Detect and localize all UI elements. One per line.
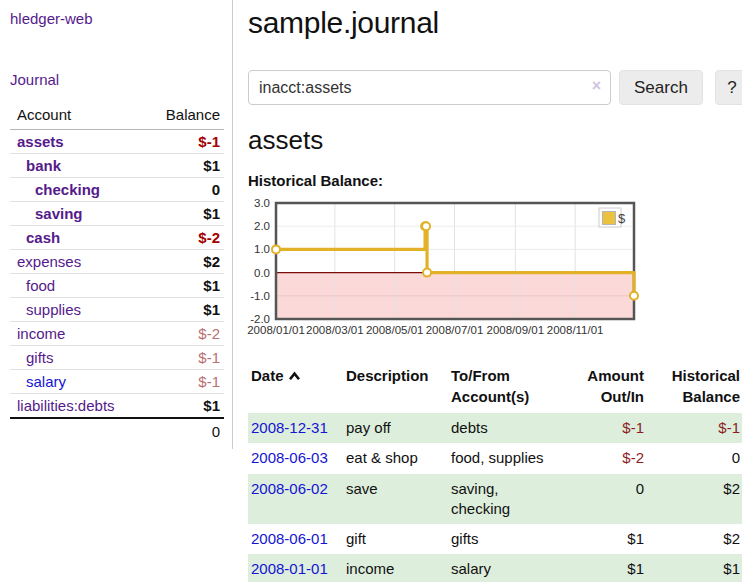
register-header-row: Date Description To/From Account(s) Amou… [248,361,742,413]
register-header-balance-line1: Historical [646,365,740,386]
accounts-total-row: 0 [10,418,224,443]
accounts-header-balance: Balance [147,102,224,130]
account-row: assets $-1 [10,130,224,154]
account-link[interactable]: bank [26,157,145,174]
transaction-date-link[interactable]: 2008-06-02 [251,480,328,497]
transaction-amount: $-2 [554,443,646,473]
transaction-accounts: food, supplies [451,443,554,473]
transaction-description: save [346,474,451,525]
transaction-date-link[interactable]: 2008-06-01 [251,530,328,547]
account-link[interactable]: assets [17,133,145,150]
account-balance: 0 [147,178,224,202]
svg-text:2008/07/01: 2008/07/01 [426,324,484,336]
search-form: × Search ? [248,70,742,105]
chart-title: Historical Balance: [248,172,742,189]
account-row: expenses $2 [10,250,224,274]
search-button[interactable]: Search [619,70,703,105]
account-row: saving $1 [10,202,224,226]
help-button[interactable]: ? [715,70,742,105]
transaction-balance: $2 [646,474,742,525]
register-row: 2008-12-31 pay off debts $-1 $-1 [248,413,742,443]
register-table: Date Description To/From Account(s) Amou… [248,361,742,582]
account-balance: $2 [147,250,224,274]
accounts-total-spacer [10,418,147,443]
register-row: 2008-01-01 income salary $1 $1 [248,554,742,582]
transaction-date-link[interactable]: 2008-06-03 [251,449,328,466]
accounts-header-row: Account Balance [10,102,224,130]
transaction-balance: $2 [646,524,742,554]
account-row: income $-2 [10,322,224,346]
account-link[interactable]: checking [35,181,145,198]
account-link[interactable]: expenses [17,253,145,270]
svg-text:1.0: 1.0 [254,243,270,255]
account-balance: $-2 [147,226,224,250]
svg-text:3.0: 3.0 [254,197,270,209]
svg-text:$: $ [618,211,626,226]
register-header-amount: Amount Out/In [554,361,646,413]
transaction-amount: $1 [554,524,646,554]
register-header-amount-line2: Out/In [554,386,644,407]
svg-text:2008/03/01: 2008/03/01 [306,324,364,336]
search-input[interactable] [248,70,611,105]
account-row: bank $1 [10,154,224,178]
transaction-description: income [346,554,451,582]
register-row: 2008-06-01 gift gifts $1 $2 [248,524,742,554]
account-balance: $-2 [147,322,224,346]
account-link[interactable]: cash [26,229,145,246]
account-row: liabilities:debts $1 [10,394,224,419]
account-balance: $1 [147,274,224,298]
account-link[interactable]: food [26,277,145,294]
transaction-accounts: salary [451,554,554,582]
transaction-balance: $1 [646,554,742,582]
accounts-total-value: 0 [147,418,224,443]
account-balance: $1 [147,154,224,178]
account-row: gifts $-1 [10,346,224,370]
account-row: checking 0 [10,178,224,202]
nav-journal-link[interactable]: Journal [10,71,224,88]
account-balance: $-1 [147,370,224,394]
transaction-balance: 0 [646,443,742,473]
search-input-wrap: × [248,70,611,105]
account-row: food $1 [10,274,224,298]
account-link[interactable]: income [17,325,145,342]
account-balance: $1 [147,394,224,419]
transaction-accounts: debts [451,413,554,443]
svg-text:2.0: 2.0 [254,220,270,232]
svg-text:2008/05/01: 2008/05/01 [366,324,424,336]
historical-balance-chart: 2008/01/012008/03/012008/05/012008/07/01… [248,197,742,347]
sort-ascending-icon [288,371,301,381]
accounts-header-account: Account [10,102,147,130]
account-balance: $-1 [147,130,224,154]
account-link[interactable]: saving [35,205,145,222]
register-header-accounts-line1: To/From [451,365,546,386]
svg-text:-2.0: -2.0 [250,313,270,325]
transaction-date-link[interactable]: 2008-01-01 [251,560,328,577]
app-layout: hledger-web Journal Account Balance asse… [0,0,742,582]
register-header-accounts-line2: Account(s) [451,386,546,407]
account-row: supplies $1 [10,298,224,322]
register-header-date-label: Date [251,367,284,384]
account-link[interactable]: liabilities:debts [17,397,145,414]
account-link[interactable]: salary [26,373,145,390]
register-header-date[interactable]: Date [248,361,346,413]
account-balance: $-1 [147,346,224,370]
page-title: sample.journal [248,6,742,40]
register-header-balance-line2: Balance [646,386,740,407]
transaction-accounts: saving, checking [451,474,554,525]
register-row: 2008-06-03 eat & shop food, supplies $-2… [248,443,742,473]
transaction-date-link[interactable]: 2008-12-31 [251,419,328,436]
account-balance: $1 [147,298,224,322]
transaction-description: gift [346,524,451,554]
transaction-amount: $-1 [554,413,646,443]
svg-text:2008/11/01: 2008/11/01 [547,324,604,336]
clear-search-icon[interactable]: × [592,77,601,95]
transaction-amount: $1 [554,554,646,582]
svg-text:0.0: 0.0 [254,267,270,279]
account-heading: assets [248,125,742,156]
brand-link[interactable]: hledger-web [10,10,224,27]
account-link[interactable]: supplies [26,301,145,318]
transaction-description: eat & shop [346,443,451,473]
account-link[interactable]: gifts [26,349,145,366]
register-row: 2008-06-02 save saving, checking 0 $2 [248,474,742,525]
register-header-description: Description [346,361,451,413]
